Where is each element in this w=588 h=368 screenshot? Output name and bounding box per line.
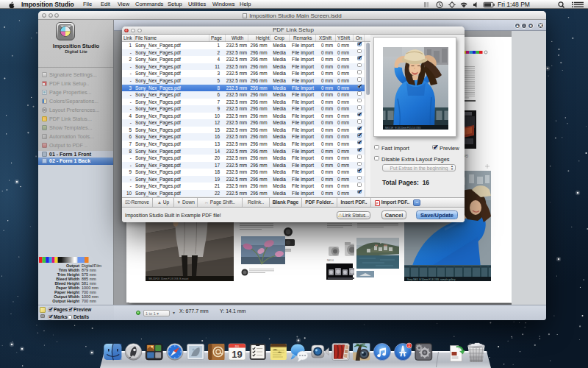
svg-text:JUL: JUL (234, 345, 239, 348)
svg-text:NEX-5R · E 18-55mm F3.5-5.6 OS: NEX-5R · E 18-55mm F3.5-5.6 OSS (385, 126, 420, 129)
svg-text:1: 1 (408, 343, 410, 347)
svg-text:Sony NEX E 50mm F1.8 OSS sam: Sony NEX E 50mm F1.8 OSS sample gallery (407, 278, 456, 281)
svg-text:NEX-6: NEX-6 (327, 259, 334, 262)
svg-text:SEL35F18 35mm F1.8 OSS E-mou: SEL35F18 35mm F1.8 OSS E-mount (148, 277, 189, 280)
svg-text:19: 19 (232, 349, 242, 360)
